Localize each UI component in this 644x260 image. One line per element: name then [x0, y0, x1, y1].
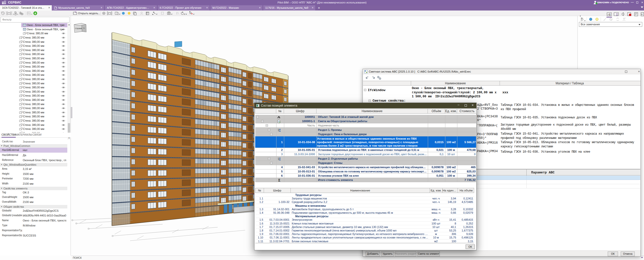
svg-text:A▐: A▐: [608, 13, 610, 16]
svg-text:Справа: Справа: [75, 27, 82, 30]
svg-text:B: B: [641, 13, 642, 16]
svg-text:Открыть модель...: Открыть модель...: [78, 12, 100, 15]
svg-text:𝑒: 𝑒: [184, 13, 185, 15]
svg-text:За: За: [83, 27, 85, 29]
